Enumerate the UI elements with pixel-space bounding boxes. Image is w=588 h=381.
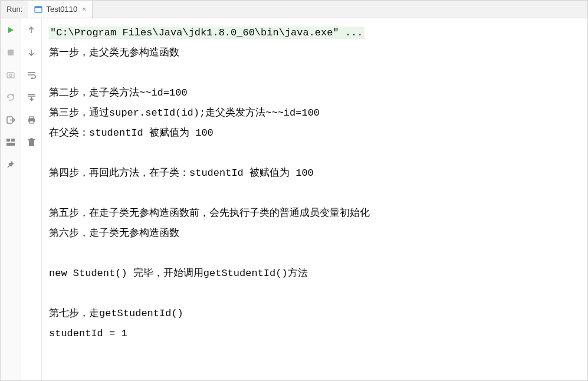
console-output[interactable]: "C:\Program Files\Java\jdk1.8.0_60\bin\j… xyxy=(42,18,587,380)
console-line: 第四步，再回此方法，在子类：studentId 被赋值为 100 xyxy=(49,167,314,179)
clear-button[interactable] xyxy=(25,136,37,148)
console-line: 在父类：studentId 被赋值为 100 xyxy=(49,127,213,139)
run-button[interactable] xyxy=(5,24,17,36)
svg-rect-17 xyxy=(29,140,34,146)
svg-rect-1 xyxy=(35,6,42,8)
console-line: 第二步，走子类方法~~id=100 xyxy=(49,87,188,98)
svg-rect-16 xyxy=(29,121,34,123)
print-button[interactable] xyxy=(25,114,37,126)
svg-point-5 xyxy=(12,94,14,96)
console-line: new Student() 完毕，开始调用getStudentId()方法 xyxy=(49,268,308,279)
exit-button[interactable] xyxy=(5,114,17,126)
left-gutter-secondary xyxy=(21,18,42,380)
console-line: studentId = 1 xyxy=(49,328,127,339)
svg-rect-9 xyxy=(6,143,15,146)
down-button[interactable] xyxy=(25,47,37,58)
svg-point-4 xyxy=(9,74,12,76)
svg-line-10 xyxy=(8,166,10,168)
left-gutter-primary xyxy=(1,18,21,380)
console-line: 第六步，走子类无参构造函数 xyxy=(49,228,179,239)
svg-rect-15 xyxy=(29,117,34,119)
run-label: Run: xyxy=(1,5,28,14)
console-line: 第七步，走getStudentId() xyxy=(49,308,183,319)
up-button[interactable] xyxy=(25,24,37,36)
close-tab-icon[interactable]: × xyxy=(81,5,86,14)
restart-button[interactable] xyxy=(5,91,17,103)
stop-button[interactable] xyxy=(5,47,17,58)
application-icon xyxy=(34,5,42,14)
run-body: "C:\Program Files\Java\jdk1.8.0_60\bin\j… xyxy=(1,18,587,380)
tab-label: Test0110 xyxy=(46,5,77,14)
scroll-to-end-button[interactable] xyxy=(25,91,37,103)
layout-button[interactable] xyxy=(5,136,17,148)
console-line: 第五步，在走子类无参构造函数前，会先执行子类的普通成员变量初始化 xyxy=(49,208,370,219)
console-line: 第一步，走父类无参构造函数 xyxy=(49,47,179,58)
svg-rect-3 xyxy=(7,73,14,78)
run-tab[interactable]: Test0110 × xyxy=(28,1,93,18)
svg-rect-19 xyxy=(30,138,32,139)
svg-rect-7 xyxy=(6,139,10,142)
dump-threads-button[interactable] xyxy=(5,69,17,81)
svg-rect-2 xyxy=(8,50,14,55)
console-line: 第三步，通过super.setId(id);走父类发方法~~~id=100 xyxy=(49,107,320,119)
soft-wrap-button[interactable] xyxy=(25,69,37,81)
pin-button[interactable] xyxy=(5,159,17,170)
svg-rect-18 xyxy=(28,139,35,140)
command-line: "C:\Program Files\Java\jdk1.8.0_60\bin\j… xyxy=(49,27,364,39)
run-tool-window-header: Run: Test0110 × xyxy=(1,1,587,18)
svg-rect-8 xyxy=(11,139,15,142)
